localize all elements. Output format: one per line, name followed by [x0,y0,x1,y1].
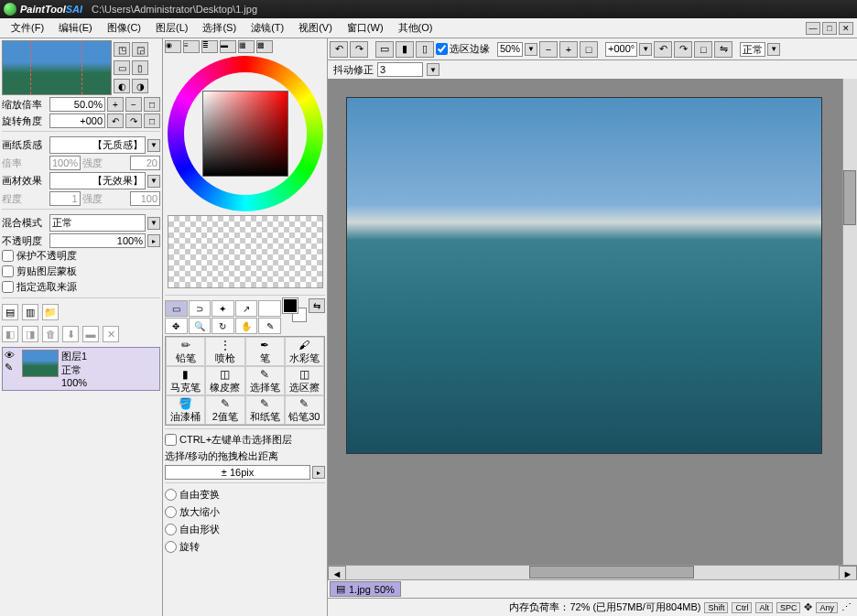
nav-btn-4[interactable]: ▯ [132,60,148,75]
resize-grip-icon[interactable]: ⋰ [841,601,852,613]
clip-mask-checkbox[interactable] [2,265,14,277]
swatch-area[interactable] [168,215,323,288]
brush-brush[interactable]: ✒笔 [245,337,285,366]
tool-rotate-view[interactable]: ↻ [212,318,234,334]
apply-mask-icon[interactable]: ◨ [22,326,38,342]
menu-select[interactable]: 选择(S) [195,19,244,37]
foreground-swatch[interactable] [283,298,298,313]
visibility-icon[interactable]: 👁 [5,350,19,361]
clear-icon[interactable]: ✕ [103,326,119,342]
stabilizer-drop[interactable]: ▼ [427,63,439,76]
horizontal-scrollbar[interactable] [346,566,839,579]
zoom-select-drop[interactable]: ▼ [525,43,537,56]
tool-rect-select[interactable]: ▭ [165,300,188,317]
swap-colors-icon[interactable]: ⇆ [309,298,325,313]
hscroll-thumb[interactable] [529,566,694,578]
nav-btn-1[interactable]: ◳ [114,42,130,57]
color-wheel-icon[interactable]: ◉ [165,40,181,53]
color-swatches[interactable] [283,298,307,322]
select-source-checkbox[interactable] [2,281,14,293]
flip-h-button[interactable]: ⇋ [714,41,732,58]
texture-dropdown[interactable]: ▼ [147,139,160,152]
brush-binary[interactable]: ✎2值笔 [205,395,244,425]
tool-eyedropper[interactable]: ✎ [258,318,281,334]
rotate-left[interactable]: ↶ [107,113,124,128]
display-mode[interactable]: 正常 [740,42,765,57]
nav-btn-2[interactable]: ◲ [132,42,148,57]
scratchpad-icon[interactable]: ▩ [256,40,273,53]
new-folder-icon[interactable]: 📁 [42,304,59,320]
drag-stepper[interactable]: ▸ [312,466,325,479]
menu-view[interactable]: 视图(V) [291,19,340,37]
nav-btn-6[interactable]: ◑ [132,79,148,93]
color-wheel[interactable] [168,56,323,211]
delete-layer-icon[interactable]: 🗑 [42,326,59,342]
menu-other[interactable]: 其他(O) [391,19,440,37]
rotate-cw-button[interactable]: ↷ [674,41,692,58]
brush-washi[interactable]: ✎和纸笔 [245,395,285,425]
merge-down-icon[interactable]: ⬇ [62,326,79,342]
color-square[interactable] [202,91,288,177]
transform-scale-radio[interactable] [165,506,177,518]
close-button[interactable]: ✕ [839,22,853,35]
zoom-plus[interactable]: + [107,97,124,112]
swatches-icon[interactable]: ▦ [238,40,255,53]
menu-filter[interactable]: 滤镜(T) [244,19,291,37]
effect-dropdown[interactable]: ▼ [147,175,160,188]
show-sel-button[interactable]: ▯ [416,41,434,58]
rotate-value[interactable]: +000 [49,113,105,128]
tool-none[interactable] [258,300,281,317]
brush-select-erase[interactable]: ◫选区擦 [285,366,324,395]
brush-airbrush[interactable]: ⋮喷枪 [205,337,244,366]
angle-select[interactable]: +000° [605,42,637,57]
zoom-select[interactable]: 50% [497,42,523,57]
tool-move-sel[interactable]: ↗ [235,300,258,317]
sel-edge-checkbox[interactable] [436,43,448,55]
rotate-reset-button[interactable]: □ [694,41,712,58]
navigator-thumbnail[interactable] [2,40,112,95]
stabilizer-value[interactable] [377,62,423,77]
brush-pencil30[interactable]: ✎铅笔30 [285,395,324,425]
nav-btn-5[interactable]: ◐ [114,79,130,93]
transform-shape-radio[interactable] [165,524,177,535]
canvas-image[interactable] [346,97,822,454]
tool-hand[interactable]: ✋ [235,318,258,334]
blend-mode[interactable]: 正常 [49,214,146,232]
deselect-button[interactable]: ▭ [375,41,394,58]
new-linework-icon[interactable]: ▥ [22,304,38,320]
mask-icon[interactable]: ◧ [2,326,18,342]
transform-rotate-radio[interactable] [165,541,177,553]
rotate-ccw-button[interactable]: ↶ [654,41,672,58]
layer-item[interactable]: 👁 ✎ 图层1 正常 100% [2,347,160,391]
opacity-stepper[interactable]: ▸ [147,234,160,247]
menu-edit[interactable]: 编辑(E) [51,19,100,37]
zoom-minus[interactable]: − [125,97,142,112]
menu-image[interactable]: 图像(C) [100,19,148,37]
brush-eraser[interactable]: ◫橡皮擦 [205,366,244,395]
opacity-value[interactable]: 100% [49,233,146,248]
undo-button[interactable]: ↶ [330,41,348,58]
tool-wand[interactable]: ✦ [212,300,234,317]
zoom-out-button[interactable]: − [539,41,558,58]
tool-zoom[interactable]: 🔍 [189,318,212,334]
new-layer-icon[interactable]: ▤ [2,304,18,320]
nav-btn-3[interactable]: ▭ [114,60,130,75]
zoom-fit-button[interactable]: □ [580,41,598,58]
zoom-in-button[interactable]: + [559,41,578,58]
menu-window[interactable]: 窗口(W) [340,19,391,37]
display-mode-drop[interactable]: ▼ [767,43,780,56]
angle-select-drop[interactable]: ▼ [639,43,652,56]
effect-value[interactable]: 【无效果】 [49,172,146,189]
edit-icon[interactable]: ✎ [5,362,19,373]
canvas-viewport[interactable] [328,79,842,565]
brush-watercolor[interactable]: 🖌水彩笔 [285,337,324,366]
menu-layer[interactable]: 图层(L) [148,19,195,37]
flatten-icon[interactable]: ▬ [82,326,99,342]
gray-slider-icon[interactable]: ▬ [220,40,236,53]
rotate-reset[interactable]: □ [144,113,160,128]
redo-button[interactable]: ↷ [350,41,368,58]
document-tab[interactable]: ▤ 1.jpg 50% [330,581,401,597]
invert-sel-button[interactable]: ▮ [396,41,414,58]
drag-detect-value[interactable]: ± 16pix [165,465,310,480]
brush-select-pen[interactable]: ✎选择笔 [245,366,285,395]
